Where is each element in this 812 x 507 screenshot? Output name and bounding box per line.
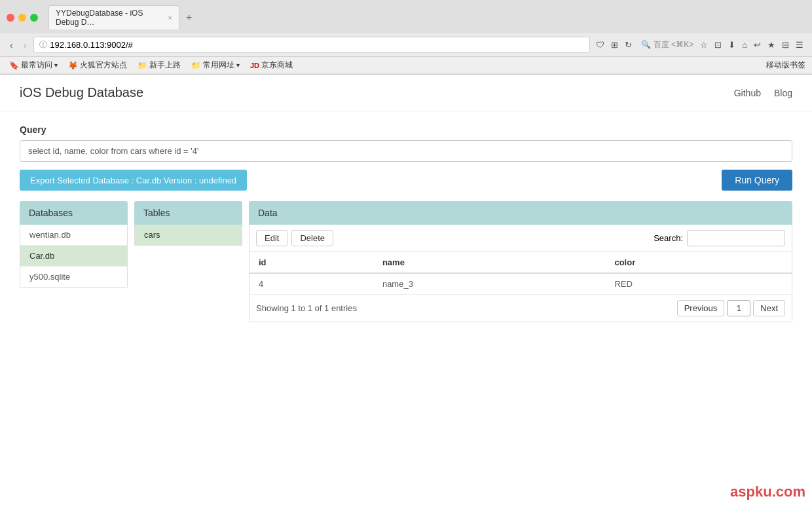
refresh-icon[interactable]: ↻	[623, 39, 634, 51]
forward-button[interactable]: ›	[20, 39, 30, 52]
db-item-car[interactable]: Car.db	[20, 246, 127, 267]
browser-chrome: YYDebugDatabase - iOS Debug D… × + ‹ › ⓘ…	[0, 0, 812, 75]
folder-icon: 📁	[138, 61, 147, 70]
github-link[interactable]: Github	[734, 88, 761, 98]
data-footer: Showing 1 to 1 of 1 entries Previous 1 N…	[249, 295, 792, 322]
data-header: Data	[249, 201, 792, 225]
bookmarks-bar: 🔖 最常访问 ▾ 🦊 火狐官方站点 📁 新手上路 📁 常用网址 ▾ JD 京东商…	[0, 57, 812, 74]
bookmark-icon: 🔖	[9, 61, 19, 70]
edit-button[interactable]: Edit	[256, 230, 287, 246]
active-tab[interactable]: YYDebugDatabase - iOS Debug D… ×	[48, 5, 179, 29]
header-links: Github Blog	[734, 88, 792, 98]
page-content: iOS Debug Database Github Blog Query Exp…	[0, 75, 812, 507]
action-bar: Export Selected Database : Car.db Versio…	[20, 170, 792, 191]
databases-panel: Databases wentian.db Car.db y500.sqlite	[20, 201, 128, 322]
toolbar-icons: 🛡 ⊞ ↻ 🔍 百度 <⌘K> ☆ ⊡ ⬇ ⌂ ↩ ★ ⊟ ☰	[594, 38, 805, 52]
app-header: iOS Debug Database Github Blog	[0, 75, 812, 111]
db-item-y500[interactable]: y500.sqlite	[20, 267, 127, 287]
reader-icon[interactable]: ⊡	[712, 39, 724, 51]
tables-panel: Tables cars	[134, 201, 242, 322]
menu-icon[interactable]: ☰	[794, 39, 805, 51]
next-button[interactable]: Next	[753, 300, 785, 316]
search-label: Search:	[654, 233, 683, 243]
query-input[interactable]	[20, 140, 792, 162]
bookmark-jd[interactable]: JD 京东商城	[248, 59, 295, 71]
browser-toolbar: ‹ › ⓘ 🛡 ⊞ ↻ 🔍 百度 <⌘K> ☆ ⊡ ⬇ ⌂ ↩ ★ ⊟ ☰	[0, 33, 812, 57]
page-bottom	[0, 335, 812, 414]
page-number: 1	[727, 300, 750, 316]
lock-icon: ⓘ	[39, 39, 47, 50]
download-icon[interactable]: ⬇	[726, 39, 737, 51]
traffic-lights	[7, 14, 38, 22]
search-wrap: Search:	[654, 230, 785, 246]
titlebar: YYDebugDatabase - iOS Debug D… × +	[0, 0, 812, 33]
watermark: aspku.com	[730, 483, 805, 500]
bookmark-xinshou[interactable]: 📁 新手上路	[135, 59, 183, 71]
query-label: Query	[20, 124, 792, 135]
databases-body: wentian.db Car.db y500.sqlite	[20, 225, 128, 288]
data-toolbar: Edit Delete Search:	[249, 225, 792, 252]
home-icon[interactable]: ⌂	[740, 39, 749, 51]
address-input[interactable]	[50, 40, 584, 50]
databases-header: Databases	[20, 201, 128, 225]
col-name: name	[373, 252, 606, 273]
data-actions: Edit Delete	[256, 230, 333, 246]
extension-icon: ⊞	[609, 39, 620, 51]
bookmark-changyong[interactable]: 📁 常用网址 ▾	[189, 59, 242, 71]
search-input[interactable]	[687, 230, 785, 246]
jd-icon: JD	[250, 62, 259, 69]
back-button[interactable]: ‹	[7, 39, 16, 52]
tab-bar: YYDebugDatabase - iOS Debug D… × +	[48, 5, 805, 29]
bookmark-huhu[interactable]: 🦊 火狐官方站点	[65, 59, 130, 71]
firefox-icon: 🦊	[68, 61, 78, 70]
cell-color: RED	[605, 273, 792, 295]
search-icon: 🔍 百度 <⌘K>	[639, 38, 695, 52]
blog-link[interactable]: Blog	[774, 88, 792, 98]
main-content: Query Export Selected Database : Car.db …	[0, 111, 812, 335]
table-header-row: id name color	[249, 252, 792, 273]
star-icon[interactable]: ☆	[698, 39, 710, 51]
tables-header: Tables	[134, 201, 242, 225]
export-button[interactable]: Export Selected Database : Car.db Versio…	[20, 170, 247, 191]
data-panel: Data Edit Delete Search: id	[249, 201, 792, 322]
cell-id: 4	[249, 273, 373, 295]
maximize-button[interactable]	[30, 14, 38, 22]
data-table: id name color 4 name_3 RED	[249, 252, 792, 295]
new-tab-button[interactable]: +	[182, 10, 196, 25]
col-color: color	[605, 252, 792, 273]
entries-info: Showing 1 to 1 of 1 entries	[256, 303, 357, 313]
pagination: Previous 1 Next	[677, 300, 785, 316]
mobile-bookmarks: 移动版书签	[766, 60, 805, 71]
minimize-button[interactable]	[18, 14, 26, 22]
cell-name: name_3	[373, 273, 606, 295]
favorite-icon[interactable]: ★	[766, 39, 777, 51]
db-item-wentian[interactable]: wentian.db	[20, 225, 127, 246]
panels: Databases wentian.db Car.db y500.sqlite …	[20, 201, 792, 322]
tab-title: YYDebugDatabase - iOS Debug D…	[56, 9, 164, 27]
run-query-button[interactable]: Run Query	[722, 170, 792, 191]
delete-button[interactable]: Delete	[291, 230, 333, 246]
app-title: iOS Debug Database	[20, 85, 143, 100]
address-bar-wrap: ⓘ	[33, 37, 590, 53]
table-item-cars[interactable]: cars	[135, 225, 242, 245]
previous-button[interactable]: Previous	[677, 300, 725, 316]
close-button[interactable]	[7, 14, 14, 22]
shield-icon: 🛡	[594, 39, 606, 51]
table-row[interactable]: 4 name_3 RED	[249, 273, 792, 295]
bookmark-zuichang[interactable]: 🔖 最常访问 ▾	[7, 59, 60, 71]
col-id: id	[249, 252, 373, 273]
sidebar-icon[interactable]: ⊟	[780, 39, 791, 51]
back2-icon[interactable]: ↩	[752, 39, 763, 51]
tab-close-icon[interactable]: ×	[168, 14, 172, 22]
folder2-icon: 📁	[191, 61, 201, 70]
tables-body: cars	[134, 225, 242, 246]
